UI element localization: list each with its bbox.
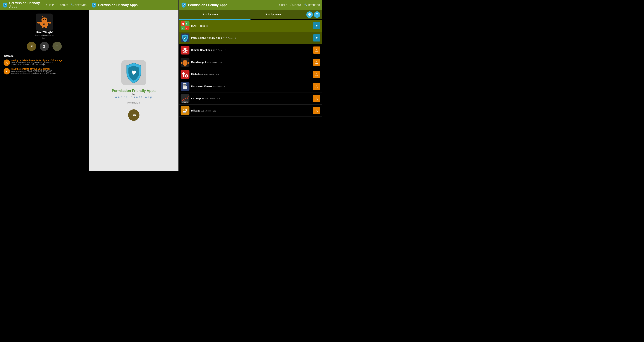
left-toolbar-icon [2, 2, 8, 8]
list-item-droidweight[interactable]: DroidWeight 1.5.4 Score : 101 △ [179, 56, 322, 68]
carreport-icon [180, 94, 190, 103]
deadlines-heart-button[interactable]: △ [313, 47, 320, 54]
svg-text:H: H [186, 27, 188, 30]
right-about-button[interactable]: ⓘ ABOUT [290, 4, 301, 7]
share-button[interactable]: ↗ [27, 42, 36, 51]
permission-read-text: read the contents of your USB storage an… [12, 68, 56, 74]
pfa-heart-button[interactable]: ♥ [313, 34, 320, 42]
tab-icons [304, 10, 322, 19]
pfa-heart-icon: ♥ [316, 36, 318, 40]
middle-toolbar-title: Permission Friendly Apps [98, 3, 176, 7]
left-settings-button[interactable]: 🔧 SETTINGS [71, 4, 86, 7]
shield-check-icon: 🛡 [56, 45, 59, 48]
app-detail: ⚙ DroidWeight de delusions measure 1.5.4… [0, 10, 88, 80]
svg-text:A: A [186, 23, 188, 26]
settings-icon: 🔧 [71, 4, 74, 7]
deadlines-name: Simple Deadlines [191, 49, 212, 52]
pfa-version: 2.1.0 [223, 37, 227, 39]
svg-point-4 [43, 19, 44, 20]
delete-icon: 🗑 [43, 45, 46, 48]
deadlines-info: Simple Deadlines 3.2.3 Score : 2 [191, 49, 313, 52]
splash-url: a n d r o i d s o f t . o r g [116, 96, 152, 98]
svg-rect-64 [184, 109, 186, 111]
app-actions: ↗ 🗑 🛡 [27, 42, 62, 51]
diabetes-name: Diabetes+ [191, 73, 203, 76]
left-about-button[interactable]: ⓘ ABOUT [56, 4, 68, 7]
carreport-name: Car Report [191, 97, 204, 100]
shield-check-button[interactable]: 🛡 [52, 42, 62, 51]
mathtools-heart-button[interactable]: ♥ [313, 22, 320, 29]
svg-text:M: M [182, 23, 184, 26]
docviewer-heart-button[interactable]: △ [313, 83, 320, 90]
pfa-name: Permission Friendly Apps [191, 37, 222, 39]
svg-rect-40 [180, 62, 182, 64]
droidweight-version: 1.5.4 [207, 61, 211, 63]
list-item-mathtools[interactable]: M A T H MATHTools 0.2 ♥ [179, 20, 322, 32]
sort-by-name-tab[interactable]: Sort by name [242, 10, 305, 19]
droidweight-icon [180, 58, 190, 67]
right-help-button[interactable]: ? HELP [279, 4, 287, 7]
svg-point-3 [42, 18, 47, 23]
list-item-pfa[interactable]: Permission Friendly Apps 2.1.0 Score : 0… [179, 32, 322, 44]
deadlines-score: Score : 2 [218, 49, 226, 51]
deadlines-heart-icon: △ [316, 48, 318, 52]
list-item-diabetes[interactable]: Diabetes+ 1.0.4 Score : 201 △ [179, 68, 322, 80]
panel-left: Permission Friendly Apps ? HELP ⓘ ABOUT … [0, 0, 89, 171]
go-button[interactable]: Go [128, 109, 140, 121]
carreport-heart-icon: △ [316, 97, 318, 100]
permission-info-icon: ♥ [4, 68, 10, 74]
diabetes-score: Score : 201 [209, 73, 219, 76]
permission-write-text: modify or delete the contents of your US… [12, 59, 62, 66]
delete-button[interactable]: 🗑 [40, 42, 49, 51]
right-about-icon: ⓘ [290, 4, 293, 7]
permission-write-id: android.permission.WRITE_EXTERNAL_STORAG… [12, 62, 62, 64]
svg-point-7 [45, 19, 46, 20]
droidweight-heart-button[interactable]: △ [313, 59, 320, 66]
mileage-info: Mileage 3.1.1 Score : 202 [191, 109, 313, 112]
carreport-score: Score : 201 [210, 98, 220, 100]
right-settings-button[interactable]: 🔧 SETTINGS [304, 4, 320, 7]
svg-marker-18 [316, 13, 318, 16]
mileage-icon [180, 106, 190, 115]
svg-rect-55 [184, 88, 185, 88]
sort-by-score-tab[interactable]: Sort by score [179, 10, 242, 19]
list-item-docviewer[interactable]: Document Viewer 2.5 Score : 201 △ [179, 80, 322, 92]
diabetes-icon [180, 70, 190, 79]
svg-point-38 [184, 61, 185, 61]
left-help-button[interactable]: ? HELP [46, 4, 54, 7]
svg-rect-42 [184, 65, 185, 66]
svg-rect-54 [184, 87, 186, 87]
middle-toolbar: Permission Friendly Apps [89, 0, 178, 10]
svg-rect-15 [42, 25, 44, 28]
mileage-score: Score : 202 [206, 110, 216, 112]
svg-point-37 [183, 60, 187, 63]
app-subtitle: de delusions measure [35, 34, 54, 36]
carreport-version: 2.9.1 [205, 98, 209, 100]
left-toolbar-title: Permission Friendly Apps [9, 1, 44, 9]
splash-title: Permission Friendly Apps [112, 89, 156, 93]
diabetes-heart-button[interactable]: △ [313, 71, 320, 78]
svg-point-6 [43, 19, 44, 20]
permission-item-write: △ modify or delete the contents of your … [4, 59, 85, 66]
list-item-carreport[interactable]: Car Report 2.9.1 Score : 201 △ [179, 92, 322, 105]
sort-tabs-container: Sort by score Sort by name [179, 10, 322, 20]
mileage-heart-icon: △ [316, 109, 318, 113]
app-version-left: 1.5.4 [42, 37, 46, 39]
right-toolbar-title: Permission Friendly Apps [188, 3, 278, 7]
svg-point-11 [46, 16, 46, 17]
svg-rect-14 [48, 22, 52, 24]
tab-shield-icon[interactable] [306, 12, 313, 18]
list-item-mileage[interactable]: Mileage 3.1.1 Score : 202 △ [179, 105, 322, 117]
docviewer-icon [180, 82, 190, 91]
carreport-heart-button[interactable]: △ [313, 95, 320, 102]
permission-read-id: android.permission.READ_EXTERNAL_STORAGE [12, 70, 56, 72]
mileage-heart-button[interactable]: △ [313, 107, 320, 114]
pfa-info: Permission Friendly Apps 2.1.0 Score : 0 [191, 36, 313, 40]
mathtools-name: MATHTools [191, 24, 205, 27]
splash-screen: Permission Friendly Apps by a n d r o i … [89, 10, 178, 171]
permission-read-desc: Allows the app to read the contents of y… [12, 72, 56, 74]
svg-rect-16 [45, 25, 47, 28]
tab-filter-icon[interactable] [314, 12, 320, 18]
svg-text:T: T [182, 27, 184, 30]
list-item-deadlines[interactable]: S Simple Deadlines 3.2.3 Score : 2 △ [179, 44, 322, 56]
